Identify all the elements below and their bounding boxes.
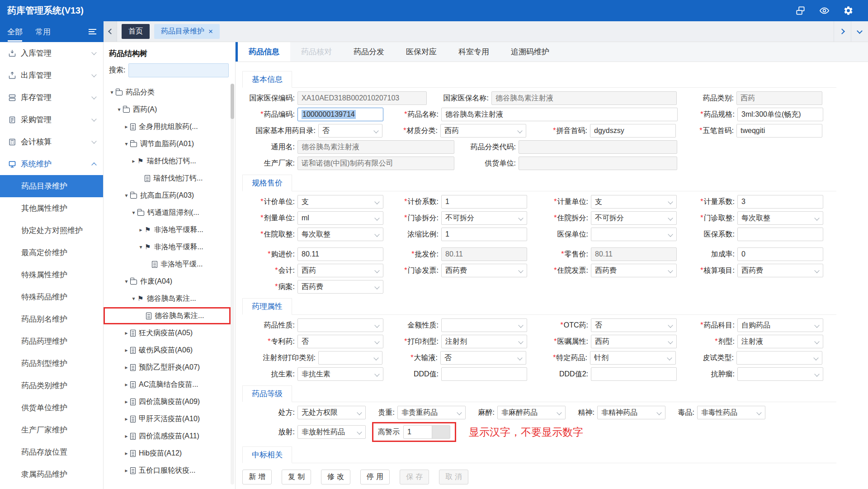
- accounting-select[interactable]: 西药: [297, 264, 383, 277]
- tabs-scroll-right-icon[interactable]: [834, 21, 851, 42]
- toxic-select[interactable]: 非毒性药品: [697, 406, 765, 419]
- tab-trace-code[interactable]: 追溯码维护: [500, 42, 560, 62]
- tabs-expand-icon[interactable]: [851, 21, 868, 42]
- tree-node[interactable]: AC流脑结合疫苗...: [104, 376, 235, 393]
- sidebar-group-accounting[interactable]: 会计核算: [0, 131, 103, 153]
- natl-basic-select[interactable]: 否: [318, 124, 382, 138]
- tree-node[interactable]: 钙通道阻滞剂(...: [104, 204, 235, 221]
- collapse-left-icon[interactable]: [104, 21, 117, 42]
- ins-unit-select[interactable]: [591, 228, 677, 241]
- narcotic-select[interactable]: 非麻醉药品: [497, 406, 566, 419]
- prescription-select[interactable]: 无处方权限: [297, 406, 366, 419]
- expand-arrow-icon[interactable]: [130, 209, 137, 216]
- specific-drug-select[interactable]: 针剂: [590, 351, 676, 365]
- drug-subject-select[interactable]: 自购药品: [737, 318, 823, 332]
- add-button[interactable]: 新增: [242, 470, 272, 484]
- dosage-form-select[interactable]: 注射液: [737, 335, 823, 348]
- expand-arrow-icon[interactable]: [123, 399, 130, 405]
- nav-tab-common[interactable]: 常用: [35, 27, 51, 37]
- expand-arrow-icon[interactable]: [123, 192, 130, 199]
- acct-item-select[interactable]: 西药费: [737, 264, 823, 277]
- cancel-button[interactable]: 取消: [439, 470, 468, 484]
- tree-node[interactable]: 四价流脑疫苗(A09): [104, 393, 235, 410]
- skin-test-select[interactable]: [736, 351, 822, 365]
- tab-insurance-mapping[interactable]: 医保对应: [395, 42, 448, 62]
- expand-arrow-icon[interactable]: [123, 450, 130, 456]
- eye-icon[interactable]: [819, 5, 830, 16]
- tree-node[interactable]: 四价流感疫苗(A11): [104, 427, 235, 445]
- patent-select[interactable]: 否: [297, 335, 383, 348]
- menu-toggle-icon[interactable]: [89, 29, 96, 34]
- expand-arrow-icon[interactable]: [130, 295, 137, 302]
- price-factor-input[interactable]: 1: [441, 195, 527, 209]
- purchase-price-input[interactable]: 80.11: [297, 247, 383, 261]
- window-switch-icon[interactable]: [795, 5, 806, 16]
- expand-arrow-icon[interactable]: [115, 106, 123, 113]
- radioactive-select[interactable]: 非放射性药品: [297, 425, 366, 439]
- price-unit-select[interactable]: 支: [297, 195, 383, 209]
- inp-invoice-select[interactable]: 西药费: [591, 264, 677, 277]
- tree-node[interactable]: 非洛地平缓释...: [104, 238, 235, 256]
- tab-drug-info[interactable]: 药品信息: [238, 42, 290, 62]
- stop-button[interactable]: 停用: [360, 470, 390, 484]
- tree-node[interactable]: 甲肝灭活疫苗(A10): [104, 410, 235, 427]
- outp-invoice-select[interactable]: 西药费: [441, 264, 527, 277]
- meas-factor-input[interactable]: 3: [737, 195, 823, 209]
- expand-arrow-icon[interactable]: [108, 89, 116, 95]
- tree-node[interactable]: 抗高血压药(A03): [104, 187, 235, 204]
- markup-rate-input[interactable]: 0: [737, 247, 823, 261]
- tab-drug-catalog[interactable]: 药品目录维护 ×: [154, 24, 220, 39]
- copy-button[interactable]: 复制: [282, 470, 311, 484]
- expand-arrow-icon[interactable]: [123, 416, 130, 422]
- antibiotic-select[interactable]: 非抗生素: [297, 367, 383, 381]
- tree-node[interactable]: 破伤风疫苗(A06): [104, 342, 235, 359]
- tree-node[interactable]: 调节血脂药(A01): [104, 135, 235, 152]
- psychotropic-select[interactable]: 非精神药品: [597, 406, 665, 419]
- tree-node[interactable]: 狂犬病疫苗(A05): [104, 324, 235, 342]
- otc-select[interactable]: 否: [591, 318, 677, 332]
- tab-drug-dispatch[interactable]: 药品分发: [343, 42, 395, 62]
- expand-arrow-icon[interactable]: [130, 158, 137, 164]
- inp-split-select[interactable]: 不可拆分: [591, 211, 677, 225]
- close-tab-icon[interactable]: ×: [208, 27, 213, 36]
- amount-nature-select[interactable]: [441, 318, 527, 332]
- tree-scrollbar-thumb[interactable]: [231, 84, 234, 119]
- sidebar-group-inventory[interactable]: 库存管理: [0, 86, 103, 109]
- meas-unit-select[interactable]: 支: [591, 195, 677, 209]
- expand-arrow-icon[interactable]: [123, 433, 130, 439]
- ins-factor-input[interactable]: [737, 228, 823, 241]
- high-alert-input[interactable]: 1: [403, 425, 450, 439]
- pinyin-code-input[interactable]: dgydszsy: [590, 124, 676, 138]
- tree-node-selected[interactable]: 德谷胰岛素注...: [104, 307, 231, 324]
- expand-arrow-icon[interactable]: [123, 330, 130, 336]
- outp-round-select[interactable]: 每次取整: [737, 211, 823, 225]
- tab-home[interactable]: 首页: [122, 24, 150, 39]
- tree-node[interactable]: 全身用抗组胺药(...: [104, 118, 235, 135]
- med-record-select[interactable]: 西药费: [297, 280, 383, 294]
- sidebar-group-inbound[interactable]: 入库管理: [0, 42, 103, 64]
- sidebar-item-supplier-maintenance[interactable]: 供货单位维护: [0, 397, 103, 419]
- sidebar-item-other-attr-maintenance[interactable]: 其他属性维护: [0, 197, 103, 219]
- expand-arrow-icon[interactable]: [123, 467, 130, 474]
- expand-arrow-icon[interactable]: [123, 278, 130, 285]
- expand-arrow-icon[interactable]: [123, 364, 130, 370]
- drug-code-input[interactable]: 1000000139714: [297, 108, 383, 121]
- tree-node[interactable]: 瑞舒伐他汀钙...: [104, 152, 235, 170]
- sidebar-item-manufacturer-maintenance[interactable]: 生产厂家维护: [0, 419, 103, 441]
- tree-node[interactable]: 西药(A): [104, 101, 235, 118]
- ddd-input[interactable]: [441, 367, 527, 381]
- sidebar-item-storage-location[interactable]: 药品存放位置: [0, 441, 103, 463]
- expand-arrow-icon[interactable]: [123, 141, 130, 147]
- infusion-select[interactable]: 否: [440, 351, 526, 365]
- inj-print-type-select[interactable]: [318, 351, 382, 365]
- nav-tab-all[interactable]: 全部: [7, 27, 23, 37]
- drug-spec-input[interactable]: 3ml:300单位(畅充): [737, 108, 823, 121]
- tree-node[interactable]: 瑞舒伐他汀钙...: [104, 170, 235, 187]
- modify-button[interactable]: 修改: [321, 470, 350, 484]
- order-attr-select[interactable]: 西药: [591, 335, 677, 348]
- inp-round-select[interactable]: 每次取整: [297, 228, 383, 241]
- tree-node[interactable]: 作废(A04): [104, 273, 235, 290]
- ddd2-input[interactable]: [591, 367, 677, 381]
- print-form-select[interactable]: 注射剂: [441, 335, 527, 348]
- sidebar-item-max-price-maintenance[interactable]: 最高定价维护: [0, 242, 103, 264]
